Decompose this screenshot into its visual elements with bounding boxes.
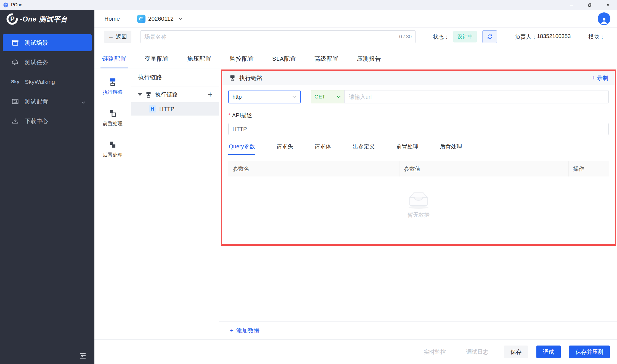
pone-logo-icon: P [6, 13, 18, 25]
url-input[interactable] [344, 90, 609, 103]
realtime-monitor-button[interactable]: 实时监控 [424, 348, 446, 356]
subtab-query-params[interactable]: Query参数 [228, 143, 255, 155]
sidebar-item-label: 测试任务 [25, 58, 48, 66]
close-icon [606, 3, 610, 7]
debug-button[interactable]: 调试 [536, 346, 561, 358]
subtab-pre-process[interactable]: 前置处理 [396, 143, 419, 155]
sidebar-item-label: 测试配置 [25, 98, 48, 105]
protocol-select[interactable]: http [228, 90, 301, 103]
required-mark: * [228, 112, 231, 119]
scene-name-input[interactable] [144, 34, 396, 40]
debug-log-button[interactable]: 调试日志 [466, 348, 488, 356]
user-avatar[interactable] [598, 12, 610, 25]
flow-chain-icon [108, 77, 117, 87]
subtab-post-process[interactable]: 后置处理 [439, 143, 462, 155]
tab-sla-config[interactable]: SLA配置 [271, 55, 298, 68]
back-button[interactable]: ← 返回 [104, 31, 131, 43]
save-and-test-button[interactable]: 保存并压测 [569, 346, 610, 358]
brand-text: -One 测试平台 [20, 15, 68, 24]
pone-cube-icon [3, 2, 9, 8]
tree-expand-caret-icon[interactable] [138, 93, 142, 96]
minimize-icon [569, 3, 574, 7]
flow-chain-icon [145, 91, 152, 98]
tree-root-node[interactable]: 执行链路 + [131, 87, 219, 102]
back-button-label: 返回 [116, 33, 127, 41]
brand-logo: P -One 测试平台 [0, 10, 94, 28]
person-icon [599, 16, 609, 25]
breadcrumb-scene-dropdown[interactable]: 20260112 [137, 15, 183, 23]
subnav-pre-process[interactable]: 前置处理 [94, 104, 131, 131]
restore-icon [587, 3, 592, 7]
sidebar-item-label: 测试场景 [25, 39, 48, 47]
card-body: http GET * AP [222, 85, 615, 244]
content-area: 执行链路 前置处理 后置处理 执行链路 [94, 68, 617, 340]
tab-advanced-config[interactable]: 高级配置 [313, 55, 340, 68]
owner-value: 18352100353 [537, 33, 571, 41]
tab-test-report[interactable]: 压测报告 [355, 55, 383, 68]
sidebar-item-skywalking[interactable]: Sky SkyWalking [3, 73, 92, 90]
tab-pressure-config[interactable]: 施压配置 [186, 55, 213, 68]
chevron-down-icon [81, 99, 86, 104]
subtab-request-body[interactable]: 请求体 [314, 143, 332, 155]
column-param-name: 参数名 [228, 161, 399, 176]
refresh-status-button[interactable] [482, 30, 497, 43]
close-button[interactable] [599, 0, 617, 10]
tab-link-config[interactable]: 链路配置 [100, 55, 128, 68]
scene-toolbar: ← 返回 0 / 30 状态： 设计中 负责人：18352100353 模块： [94, 28, 617, 46]
sidebar-item-test-task[interactable]: 测试任务 [3, 54, 92, 71]
minimize-button[interactable] [562, 0, 581, 10]
top-header: Home · 20260112 [94, 10, 617, 28]
subnav-post-process[interactable]: 后置处理 [94, 136, 131, 163]
sidebar-collapse-button[interactable] [77, 350, 89, 362]
os-titlebar: POne [0, 0, 617, 10]
sidebar-item-download-center[interactable]: 下载中心 [3, 113, 92, 130]
chevron-down-icon [292, 94, 296, 100]
add-data-button[interactable]: + 添加数据 [230, 327, 259, 334]
add-node-button[interactable]: + [208, 92, 213, 97]
sidebar-item-test-config[interactable]: 测试配置 [3, 93, 92, 110]
api-desc-label: API描述 [232, 112, 252, 119]
subtab-request-headers[interactable]: 请求头 [276, 143, 293, 155]
sidebar-item-label: 下载中心 [25, 117, 48, 125]
breadcrumb-home[interactable]: Home [104, 15, 120, 22]
empty-box-icon [406, 190, 431, 210]
panel-spacer [219, 246, 617, 321]
download-icon [11, 117, 19, 125]
scene-name-field: 0 / 30 [140, 30, 416, 43]
char-counter: 0 / 30 [399, 34, 412, 40]
breadcrumb-separator: · [128, 15, 130, 22]
tab-monitor-config[interactable]: 监控配置 [228, 55, 256, 68]
sidebar-item-test-scene[interactable]: 测试场景 [3, 34, 92, 51]
record-button[interactable]: + 录制 [592, 74, 608, 82]
empty-state: 暂无数据 [228, 176, 609, 232]
scenario-box-icon [11, 39, 19, 47]
api-desc-input[interactable] [228, 123, 609, 135]
save-button[interactable]: 保存 [504, 346, 528, 358]
plus-icon: + [592, 76, 595, 81]
svg-text:P: P [10, 15, 15, 23]
plus-icon: + [230, 328, 234, 333]
module-label: 模块： [588, 33, 605, 41]
scene-toolbox-icon [137, 15, 145, 23]
id-card-icon [11, 97, 19, 106]
footer-actions: 实时监控 调试日志 保存 调试 保存并压测 [94, 340, 617, 364]
card-title: 执行链路 [239, 74, 263, 82]
sidebar-item-label: SkyWalking [25, 79, 55, 85]
pre-process-icon [108, 109, 117, 118]
step-subnav: 执行链路 前置处理 后置处理 [94, 68, 131, 339]
main-area: Home · 20260112 ← 返回 0 [94, 10, 617, 364]
method-select[interactable]: GET [311, 90, 344, 103]
chevron-down-icon [337, 94, 341, 100]
tree-title: 执行链路 [131, 68, 219, 87]
subtab-output-params[interactable]: 出参定义 [352, 143, 375, 155]
maximize-button[interactable] [581, 0, 599, 10]
post-process-icon [108, 140, 117, 149]
tree-node-http[interactable]: H HTTP [131, 102, 219, 116]
subnav-execute-chain[interactable]: 执行链路 [94, 73, 131, 100]
status-label: 状态： [433, 33, 449, 41]
tab-variable-config[interactable]: 变量配置 [143, 55, 171, 68]
subnav-label: 后置处理 [103, 152, 123, 158]
column-operation: 操作 [569, 161, 609, 176]
empty-text: 暂无数据 [407, 211, 430, 219]
add-data-row: + 添加数据 [219, 321, 617, 339]
